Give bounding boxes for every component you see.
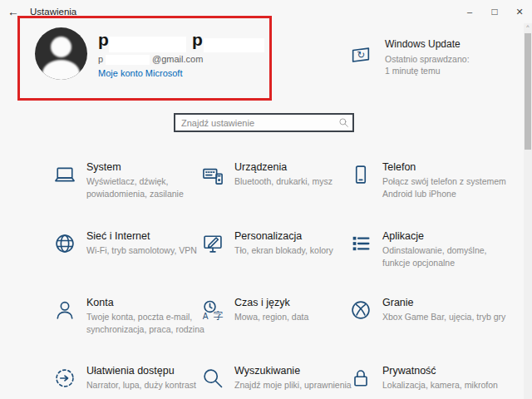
tile-description: Xbox Game Bar, ujęcia, tryb gry — [382, 311, 507, 323]
tile-label: Granie — [382, 297, 507, 308]
tile-ease-of-access[interactable]: Ułatwienia dostępuNarrator, lupa, duży k… — [53, 365, 201, 399]
tile-description: Narrator, lupa, duży kontrast — [86, 379, 211, 392]
name-redaction-box — [109, 37, 186, 52]
tile-time-language[interactable]: A字 Czas i językMowa, region, data — [201, 297, 349, 365]
scrollbar-thumb[interactable] — [525, 33, 531, 150]
tile-privacy[interactable]: PrywatnośćLokalizacja, kamera, mikrofon — [349, 365, 497, 399]
svg-text:A: A — [203, 312, 209, 321]
account-email-domain: @gmail.com — [152, 54, 203, 64]
phone-icon — [349, 163, 372, 186]
tile-label: Sieć i Internet — [86, 230, 211, 242]
avatar-silhouette-head — [51, 37, 71, 57]
windows-update-status[interactable]: ↻ Windows Update Ostatnio sprawdzano: 1 … — [349, 38, 470, 76]
scrollbar-up-arrow[interactable]: ^ — [524, 23, 532, 32]
microsoft-account-link[interactable]: Moje konto Microsoft — [98, 68, 182, 78]
tile-label: Czas i język — [234, 297, 359, 308]
tile-description: Twoje konta, poczta e-mail, synchronizac… — [86, 311, 211, 335]
tile-accounts[interactable]: KontaTwoje konta, poczta e-mail, synchro… — [53, 297, 201, 365]
windows-update-status-line-1: Ostatnio sprawdzano: — [385, 53, 470, 65]
window-title: Ustawienia — [30, 7, 76, 17]
tile-label: System — [86, 161, 211, 173]
tile-label: Wyszukiwanie — [234, 365, 359, 377]
windows-update-status-line-2: 1 minutę temu — [385, 65, 470, 76]
tile-description: Bluetooth, drukarki, mysz — [234, 175, 359, 188]
tile-description: Mowa, region, data — [234, 311, 359, 323]
window-controls: – □ ✕ — [457, 0, 532, 23]
person-icon — [53, 298, 76, 322]
tile-label: Konta — [86, 297, 211, 308]
settings-categories-grid: SystemWyświetlacz, dźwięk, powiadomienia… — [53, 161, 497, 399]
tile-description: Połącz swój telefon z systemem Android l… — [382, 175, 507, 200]
back-button[interactable]: ← — [0, 0, 27, 23]
tile-network[interactable]: Sieć i InternetWi-Fi, tryb samolotowy, V… — [53, 230, 201, 297]
tile-personalization[interactable]: PersonalizacjaTło, ekran blokady, kolory — [201, 230, 349, 297]
tile-label: Urządzenia — [234, 161, 359, 173]
user-avatar — [35, 27, 87, 80]
tile-description: Znajdź moje pliki, uprawnienia — [234, 379, 359, 392]
tile-apps[interactable]: AplikacjeOdinstalowanie, domyślne, funkc… — [349, 230, 497, 297]
account-name-part-1: p — [98, 30, 109, 50]
tile-search[interactable]: WyszukiwanieZnajdź moje pliki, uprawnien… — [201, 365, 349, 399]
minimize-button[interactable]: – — [457, 0, 482, 23]
magnifier-icon — [201, 367, 224, 390]
tile-devices[interactable]: UrządzeniaBluetooth, drukarki, mysz — [201, 161, 349, 230]
titlebar: ← Ustawienia – □ ✕ — [0, 0, 532, 23]
tile-phone[interactable]: TelefonPołącz swój telefon z systemem An… — [349, 161, 497, 230]
tile-description: Wi-Fi, tryb samolotowy, VPN — [86, 244, 211, 257]
accessibility-icon — [53, 367, 76, 390]
laptop-icon — [53, 163, 76, 186]
account-email-prefix: p — [98, 54, 103, 64]
avatar-silhouette-body — [42, 60, 80, 80]
name-redaction-box — [204, 38, 264, 52]
tile-gaming[interactable]: GranieXbox Game Bar, ujęcia, tryb gry — [349, 297, 497, 365]
tile-label: Personalizacja — [234, 230, 359, 242]
maximize-button[interactable]: □ — [482, 0, 507, 23]
svg-text:字: 字 — [214, 310, 224, 322]
account-name-part-2: p — [192, 30, 203, 50]
windows-update-icon: ↻ — [349, 43, 372, 66]
tile-label: Telefon — [382, 161, 507, 173]
svg-text:↻: ↻ — [357, 49, 365, 61]
tile-description: Lokalizacja, kamera, mikrofon — [382, 379, 507, 392]
apps-list-icon — [349, 232, 372, 255]
email-redaction-box — [106, 55, 150, 65]
scrollbar[interactable]: ^ — [524, 23, 532, 399]
tile-system[interactable]: SystemWyświetlacz, dźwięk, powiadomienia… — [53, 161, 201, 230]
lock-icon — [349, 367, 372, 390]
globe-icon — [53, 232, 76, 255]
tile-label: Aplikacje — [382, 230, 507, 242]
tile-description: Tło, ekran blokady, kolory — [234, 244, 359, 257]
tile-description: Odinstalowanie, domyślne, funkcje opcjon… — [382, 244, 507, 268]
clock-language-icon: A字 — [201, 298, 224, 322]
close-button[interactable]: ✕ — [507, 0, 532, 23]
tile-label: Prywatność — [382, 365, 507, 377]
windows-update-title: Windows Update — [385, 38, 470, 50]
settings-search — [174, 113, 354, 132]
xbox-icon — [349, 298, 372, 322]
tile-description: Wyświetlacz, dźwięk, powiadomienia, zasi… — [86, 175, 211, 200]
devices-icon — [201, 163, 224, 186]
tile-label: Ułatwienia dostępu — [86, 365, 211, 377]
personalization-icon — [201, 232, 224, 255]
search-input[interactable] — [174, 113, 354, 132]
